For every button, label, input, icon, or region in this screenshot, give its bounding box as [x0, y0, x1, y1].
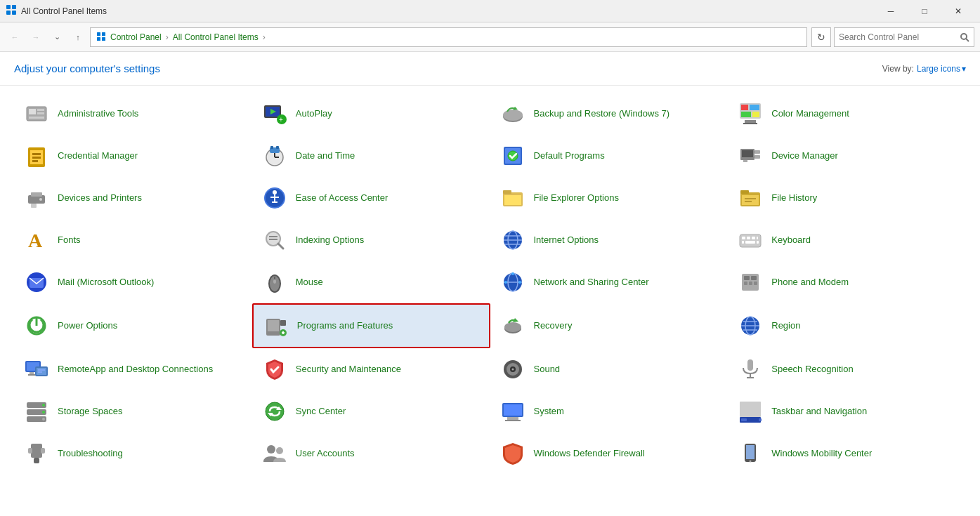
- cp-item-network-sharing[interactable]: Network and Sharing Center: [490, 261, 729, 303]
- cp-item-security-maintenance[interactable]: Security and Maintenance: [252, 348, 490, 390]
- cp-item-mail[interactable]: Mail (Microsoft Outlook): [14, 261, 252, 303]
- cp-item-file-explorer-options[interactable]: File Explorer Options: [490, 177, 729, 219]
- cp-item-file-history[interactable]: File History: [728, 177, 966, 219]
- svg-point-160: [750, 461, 752, 463]
- device-manager-label: Device Manager: [771, 150, 838, 162]
- devices-and-printers-icon: [22, 184, 51, 212]
- refresh-button[interactable]: ↻: [811, 27, 831, 47]
- cp-item-windows-defender[interactable]: Windows Defender Firewall: [490, 432, 729, 475]
- cp-item-mouse[interactable]: Mouse: [252, 261, 490, 303]
- address-path[interactable]: Control Panel › All Control Panel Items …: [90, 27, 807, 47]
- cp-item-storage-spaces[interactable]: Storage Spaces: [14, 390, 252, 432]
- close-button[interactable]: ✕: [942, 0, 974, 22]
- path-segment-2[interactable]: All Control Panel Items: [173, 32, 259, 42]
- color-management-icon: [736, 100, 764, 128]
- indexing-options-icon: [261, 226, 289, 254]
- svg-point-52: [39, 198, 42, 201]
- cp-item-color-management[interactable]: Color Management: [728, 93, 966, 135]
- keyboard-icon: [736, 226, 764, 254]
- dropdown-button[interactable]: ⌄: [48, 28, 66, 46]
- svg-rect-2: [6, 11, 11, 15]
- troubleshooting-icon: [22, 439, 51, 468]
- cp-item-speech-recognition[interactable]: Speech Recognition: [728, 348, 966, 390]
- forward-button[interactable]: →: [27, 28, 45, 46]
- search-box[interactable]: [834, 27, 974, 47]
- speech-recognition-icon: [736, 355, 764, 383]
- window-title: All Control Panel Items: [21, 6, 107, 16]
- sound-icon: [499, 355, 527, 383]
- cp-item-ease-of-access[interactable]: Ease of Access Center: [252, 177, 490, 219]
- svg-rect-51: [31, 204, 37, 208]
- cp-item-power-options[interactable]: Power Options: [14, 303, 252, 348]
- cp-item-administrative-tools[interactable]: Administrative Tools: [14, 93, 252, 135]
- back-button[interactable]: ←: [6, 28, 24, 46]
- cp-item-fonts[interactable]: AFonts: [14, 219, 252, 261]
- cp-item-troubleshooting[interactable]: Troubleshooting: [14, 432, 252, 475]
- cp-item-remoteapp[interactable]: RemoteApp and Desktop Connections: [14, 348, 252, 390]
- cp-item-programs-features[interactable]: Programs and Features: [252, 303, 490, 348]
- indexing-options-label: Indexing Options: [296, 234, 365, 246]
- cp-item-recovery[interactable]: Recovery: [490, 303, 729, 348]
- svg-point-140: [42, 418, 45, 421]
- cp-item-phone-modem[interactable]: Phone and Modem: [728, 261, 966, 303]
- up-button[interactable]: ↑: [69, 28, 87, 46]
- cp-item-taskbar-navigation[interactable]: Taskbar and Navigation: [728, 390, 966, 432]
- file-history-icon: [736, 184, 764, 212]
- search-button[interactable]: [955, 28, 974, 46]
- svg-rect-155: [34, 458, 39, 463]
- svg-rect-123: [28, 374, 35, 376]
- cp-item-backup-restore[interactable]: Backup and Restore (Windows 7): [490, 93, 729, 135]
- path-separator-1: ›: [166, 32, 169, 42]
- cp-item-system[interactable]: System: [490, 390, 729, 432]
- svg-rect-153: [28, 448, 32, 454]
- cp-item-devices-and-printers[interactable]: Devices and Printers: [14, 177, 252, 219]
- title-bar-controls: ─ □ ✕: [875, 0, 974, 22]
- cp-item-device-manager[interactable]: Device Manager: [728, 135, 966, 177]
- svg-rect-33: [32, 157, 41, 159]
- network-sharing-icon: [499, 268, 527, 296]
- svg-rect-80: [747, 237, 750, 239]
- cp-item-credential-manager[interactable]: Credential Manager: [14, 135, 252, 177]
- user-accounts-label: User Accounts: [296, 448, 355, 460]
- cp-item-user-accounts[interactable]: User Accounts: [252, 432, 490, 475]
- cp-item-region[interactable]: Region: [728, 303, 966, 348]
- path-segment-1[interactable]: Control Panel: [110, 32, 162, 42]
- restore-button[interactable]: □: [908, 0, 941, 22]
- svg-rect-3: [12, 11, 16, 15]
- speech-recognition-label: Speech Recognition: [771, 364, 853, 376]
- svg-point-91: [273, 279, 276, 284]
- cp-item-default-programs[interactable]: Default Programs: [490, 135, 729, 177]
- search-input[interactable]: [835, 32, 955, 42]
- storage-spaces-label: Storage Spaces: [58, 406, 123, 418]
- windows-mobility-label: Windows Mobility Center: [771, 448, 872, 460]
- page-title: Adjust your computer's settings: [14, 62, 160, 74]
- cp-item-date-and-time[interactable]: Date and Time: [252, 135, 490, 177]
- cp-item-internet-options[interactable]: Internet Options: [490, 219, 729, 261]
- svg-rect-7: [102, 37, 105, 41]
- cp-item-sound[interactable]: Sound: [490, 348, 729, 390]
- cp-item-autoplay[interactable]: +AutoPlay: [252, 93, 490, 135]
- cp-item-indexing-options[interactable]: Indexing Options: [252, 219, 490, 261]
- cp-item-sync-center[interactable]: Sync Center: [252, 390, 490, 432]
- minimize-button[interactable]: ─: [875, 0, 907, 22]
- svg-rect-152: [31, 444, 42, 458]
- view-by-dropdown[interactable]: Large icons ▾: [917, 64, 966, 74]
- windows-defender-icon: [499, 439, 527, 468]
- svg-rect-46: [754, 150, 760, 154]
- svg-rect-0: [6, 5, 11, 9]
- svg-point-97: [504, 281, 507, 284]
- power-options-label: Power Options: [58, 320, 117, 332]
- security-maintenance-icon: [261, 355, 289, 383]
- svg-rect-50: [31, 192, 42, 197]
- keyboard-label: Keyboard: [771, 234, 811, 246]
- cp-item-windows-mobility[interactable]: Windows Mobility Center: [728, 432, 966, 475]
- cp-item-keyboard[interactable]: Keyboard: [728, 219, 966, 261]
- path-separator-2: ›: [263, 32, 266, 42]
- troubleshooting-label: Troubleshooting: [58, 448, 123, 460]
- power-options-icon: [22, 312, 51, 340]
- credential-manager-icon: [22, 142, 51, 170]
- svg-rect-29: [743, 123, 757, 124]
- svg-rect-101: [744, 282, 747, 285]
- svg-rect-24: [741, 105, 748, 110]
- phone-modem-icon: [736, 268, 764, 296]
